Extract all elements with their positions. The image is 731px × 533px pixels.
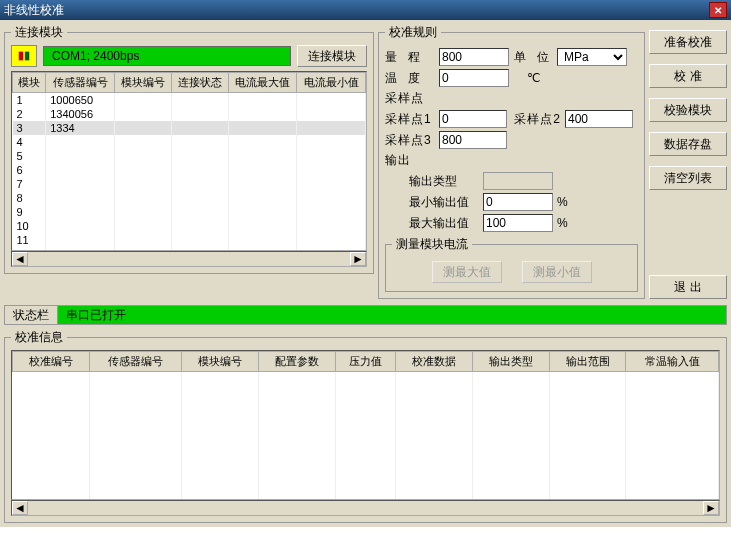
calinfo-table[interactable]: 校准编号传感器编号模块编号配置参数压力值校准数据输出类型输出范围常温输入值 (11, 350, 720, 500)
unit-label: 单 位 (513, 49, 553, 66)
col-header[interactable]: 电流最小值 (297, 73, 366, 93)
col-header[interactable]: 模块编号 (114, 73, 171, 93)
table-row[interactable]: 21340056 (13, 107, 366, 121)
table-row[interactable]: 7 (13, 177, 366, 191)
sample1-label: 采样点1 (385, 111, 435, 128)
col-header[interactable]: 模块 (13, 73, 46, 93)
svg-rect-1 (25, 52, 29, 61)
com-label: COM1; 2400bps (43, 46, 291, 66)
temp-unit: ℃ (527, 71, 540, 85)
table-row[interactable] (13, 414, 719, 428)
min-out-input[interactable] (483, 193, 553, 211)
table-row[interactable]: 8 (13, 191, 366, 205)
col-header[interactable]: 传感器编号 (46, 73, 115, 93)
clear-button[interactable]: 清空列表 (649, 166, 727, 190)
output-label: 输出 (385, 152, 435, 169)
sample3-label: 采样点3 (385, 132, 435, 149)
table-row[interactable]: 5 (13, 149, 366, 163)
status-value: 串口已打开 (58, 306, 726, 324)
col-header[interactable]: 模块编号 (182, 352, 259, 372)
table-row[interactable]: 10 (13, 219, 366, 233)
calinfo-legend: 校准信息 (11, 329, 67, 346)
col-header[interactable]: 配置参数 (258, 352, 335, 372)
min-out-label: 最小输出值 (409, 194, 479, 211)
sample3-input[interactable] (439, 131, 507, 149)
temp-input[interactable] (439, 69, 509, 87)
port-icon[interactable] (11, 45, 37, 67)
max-out-label: 最大输出值 (409, 215, 479, 232)
out-type-label: 输出类型 (409, 173, 479, 190)
unit-select[interactable]: MPa (557, 48, 627, 66)
scroll-left-icon[interactable]: ◄ (12, 501, 28, 515)
prepare-button[interactable]: 准备校准 (649, 30, 727, 54)
sample1-input[interactable] (439, 110, 507, 128)
table-row[interactable]: 11 (13, 233, 366, 247)
col-header[interactable]: 校准编号 (13, 352, 90, 372)
scroll-left-icon[interactable]: ◄ (12, 252, 28, 266)
table-row[interactable] (13, 386, 719, 400)
save-button[interactable]: 数据存盘 (649, 132, 727, 156)
table-row[interactable] (13, 400, 719, 414)
table-row[interactable]: 9 (13, 205, 366, 219)
measure-legend: 测量模块电流 (392, 236, 472, 253)
scroll-right-icon[interactable]: ► (350, 252, 366, 266)
col-header[interactable]: 压力值 (335, 352, 396, 372)
titlebar: 非线性校准 ✕ (0, 0, 731, 20)
col-header[interactable]: 输出类型 (473, 352, 550, 372)
temp-label: 温 度 (385, 70, 435, 87)
min-out-pct: % (557, 195, 568, 209)
measure-fieldset: 测量模块电流 测最大值 测最小值 (385, 236, 638, 292)
table-row[interactable]: 4 (13, 135, 366, 149)
rules-legend: 校准规则 (385, 24, 441, 41)
col-header[interactable]: 常温输入值 (626, 352, 719, 372)
samples-label: 采样点 (385, 90, 435, 107)
table-row[interactable] (13, 484, 719, 498)
range-input[interactable] (439, 48, 509, 66)
table-row[interactable] (13, 372, 719, 386)
connect-fieldset: 连接模块 COM1; 2400bps 连接模块 模块传感器编号模块编号连接状态电… (4, 24, 374, 274)
col-header[interactable]: 校准数据 (396, 352, 473, 372)
col-header[interactable]: 输出范围 (549, 352, 626, 372)
table-row[interactable] (13, 428, 719, 442)
col-header[interactable]: 连接状态 (171, 73, 228, 93)
col-header[interactable]: 传感器编号 (89, 352, 182, 372)
connect-legend: 连接模块 (11, 24, 67, 41)
calibrate-button[interactable]: 校 准 (649, 64, 727, 88)
rules-fieldset: 校准规则 量 程 单 位 MPa 温 度 ℃ 采样点 (378, 24, 645, 299)
connect-button[interactable]: 连接模块 (297, 45, 367, 67)
status-bar: 状态栏 串口已打开 (4, 305, 727, 325)
table-row[interactable]: 6 (13, 163, 366, 177)
verify-button[interactable]: 校验模块 (649, 98, 727, 122)
out-type-box (483, 172, 553, 190)
table-row[interactable]: 31334 (13, 121, 366, 135)
hscrollbar-bottom[interactable]: ◄ ► (11, 500, 720, 516)
max-out-input[interactable] (483, 214, 553, 232)
measure-min-button[interactable]: 测最小值 (522, 261, 592, 283)
table-row[interactable] (13, 442, 719, 456)
scroll-right-icon[interactable]: ► (703, 501, 719, 515)
sample2-input[interactable] (565, 110, 633, 128)
sample2-label: 采样点2 (511, 111, 561, 128)
close-icon[interactable]: ✕ (709, 2, 727, 18)
table-row[interactable] (13, 456, 719, 470)
col-header[interactable]: 电流最大值 (228, 73, 297, 93)
module-table[interactable]: 模块传感器编号模块编号连接状态电流最大值电流最小值 11000650213400… (11, 71, 367, 251)
max-out-pct: % (557, 216, 568, 230)
table-row[interactable] (13, 470, 719, 484)
exit-button[interactable]: 退 出 (649, 275, 727, 299)
status-label: 状态栏 (5, 306, 58, 324)
calinfo-fieldset: 校准信息 校准编号传感器编号模块编号配置参数压力值校准数据输出类型输出范围常温输… (4, 329, 727, 523)
table-row[interactable]: 11000650 (13, 93, 366, 108)
range-label: 量 程 (385, 49, 435, 66)
measure-max-button[interactable]: 测最大值 (432, 261, 502, 283)
hscrollbar[interactable]: ◄ ► (11, 251, 367, 267)
window-title: 非线性校准 (4, 2, 64, 19)
figure-caption: 图 3：非线性校准界面 (0, 527, 731, 533)
svg-rect-0 (19, 52, 23, 61)
